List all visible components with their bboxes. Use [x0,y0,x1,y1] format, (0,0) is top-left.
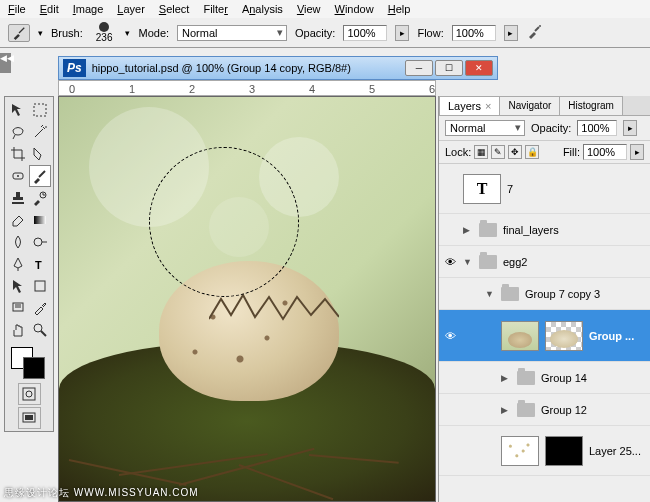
menu-image[interactable]: Image [73,3,104,15]
screenmode-toggle[interactable] [18,407,41,429]
flow-label: Flow: [417,27,443,39]
hand-tool[interactable] [7,319,29,341]
eyedropper-tool[interactable] [29,297,51,319]
flow-flyout[interactable]: ▸ [504,25,518,41]
tool-preset-picker[interactable] [8,24,30,42]
lock-pixels-icon[interactable]: ✎ [491,145,505,159]
layer-row[interactable]: ▼ Group 7 copy 3 [439,278,650,310]
layer-row[interactable]: T 7 [439,164,650,214]
visibility-icon[interactable]: 👁 [443,330,457,342]
layer-thumb: T [463,174,501,204]
doc-collapse-handle[interactable]: ◀◀ [0,53,11,73]
layer-opacity-flyout[interactable]: ▸ [623,120,637,136]
window-minimize-button[interactable]: ─ [405,60,433,76]
brush-tool[interactable] [29,165,51,187]
toolbox: T [4,96,54,432]
mode-label: Mode: [138,27,169,39]
gradient-tool[interactable] [29,209,51,231]
folder-icon [517,403,535,417]
wand-tool[interactable] [29,121,51,143]
crop-tool[interactable] [7,143,29,165]
svg-point-0 [539,25,541,27]
blend-mode-select[interactable]: Normal [177,25,287,41]
layer-thumb [501,436,539,466]
svg-rect-1 [34,104,46,116]
window-maximize-button[interactable]: ☐ [435,60,463,76]
lock-all-icon[interactable]: 🔒 [525,145,539,159]
tab-histogram[interactable]: Histogram [559,96,623,115]
twirl-icon[interactable]: ▶ [463,225,473,235]
layer-fill-input[interactable]: 100% [583,144,627,160]
layer-fill-flyout[interactable]: ▸ [630,144,644,160]
dodge-tool[interactable] [29,231,51,253]
lock-transparency-icon[interactable]: ▦ [474,145,488,159]
tab-navigator[interactable]: Navigator [499,96,560,115]
layer-row[interactable]: ▶ Group 14 [439,362,650,394]
menu-view[interactable]: View [297,3,321,15]
quickmask-toggle[interactable] [18,383,41,405]
background-swatch[interactable] [23,357,45,379]
options-bar: ▾ Brush: 236 ▾ Mode: Normal Opacity: 100… [0,18,650,48]
twirl-icon[interactable]: ▶ [501,405,511,415]
path-select-tool[interactable] [7,275,29,297]
twirl-icon[interactable]: ▼ [463,257,473,267]
type-tool[interactable]: T [29,253,51,275]
move-tool[interactable] [7,99,29,121]
pen-tool[interactable] [7,253,29,275]
color-swatches[interactable] [7,345,51,381]
stamp-tool[interactable] [7,187,29,209]
layer-row[interactable]: 👁 ▼ egg2 [439,246,650,278]
marquee-selection [149,147,299,297]
document-header[interactable]: Ps hippo_tutorial.psd @ 100% (Group 14 c… [58,56,498,80]
menu-edit[interactable]: Edit [40,3,59,15]
svg-rect-7 [35,281,45,291]
history-brush-tool[interactable] [29,187,51,209]
window-close-button[interactable]: ✕ [465,60,493,76]
twirl-icon[interactable]: ▼ [485,289,495,299]
opacity-flyout[interactable]: ▸ [395,25,409,41]
lasso-tool[interactable] [7,121,29,143]
marquee-tool[interactable] [29,99,51,121]
layer-list[interactable]: T 7 ▶ final_layers 👁 ▼ egg2 ▼ Group 7 co… [439,164,650,484]
menu-file[interactable]: FFileile [8,3,26,15]
lock-position-icon[interactable]: ✥ [508,145,522,159]
brush-label: Brush: [51,27,83,39]
folder-icon [479,223,497,237]
menu-select[interactable]: Select [159,3,190,15]
airbrush-toggle[interactable] [526,24,542,42]
svg-rect-13 [25,415,33,420]
folder-icon [501,287,519,301]
menu-layer[interactable]: Layer [117,3,145,15]
ruler-horizontal[interactable]: 0 1 2 3 4 5 6 [58,80,436,96]
slice-tool[interactable] [29,143,51,165]
eraser-tool[interactable] [7,209,29,231]
notes-tool[interactable] [7,297,29,319]
opacity-label: Opacity: [295,27,335,39]
brush-picker[interactable]: 236 [91,21,118,44]
flow-input[interactable]: 100% [452,25,496,41]
layer-mask-thumb [545,436,583,466]
heal-tool[interactable] [7,165,29,187]
layer-row[interactable]: Layer 25... [439,426,650,476]
blur-tool[interactable] [7,231,29,253]
visibility-icon[interactable]: 👁 [443,256,457,268]
shape-tool[interactable] [29,275,51,297]
menu-filter[interactable]: Filter [203,3,227,15]
layer-row-selected[interactable]: 👁 Group ... [439,310,650,362]
layer-opacity-input[interactable]: 100% [577,120,617,136]
layer-row[interactable]: ▶ final_layers [439,214,650,246]
layer-row[interactable]: ▶ Group 12 [439,394,650,426]
canvas[interactable] [58,96,436,502]
layer-blend-select[interactable]: Normal [445,120,525,136]
svg-point-9 [34,324,42,332]
menu-help[interactable]: Help [388,3,411,15]
svg-point-11 [26,391,32,397]
twirl-icon[interactable]: ▶ [501,373,511,383]
menu-window[interactable]: Window [335,3,374,15]
zoom-tool[interactable] [29,319,51,341]
menu-analysis[interactable]: Analysis [242,3,283,15]
tab-layers[interactable]: Layers× [439,96,500,115]
panel-tabs: Layers× Navigator Histogram [439,96,650,116]
svg-rect-4 [34,216,46,224]
opacity-input[interactable]: 100% [343,25,387,41]
